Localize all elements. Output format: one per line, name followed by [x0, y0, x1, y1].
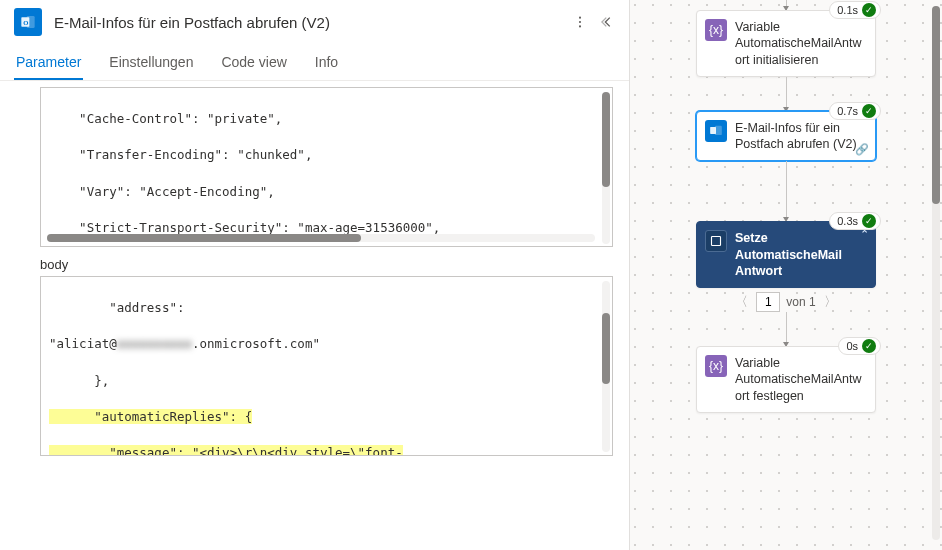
tab-info[interactable]: Info [313, 44, 340, 80]
canvas-scrollbar-thumb[interactable] [932, 6, 940, 204]
tab-content: "Cache-Control": "private", "Transfer-En… [0, 81, 629, 550]
outlook-icon: O [14, 8, 42, 36]
status-time: 0.7s [837, 105, 858, 117]
outlook-icon [705, 120, 727, 142]
node-title: Variable AutomatischeMailAntwort initial… [735, 19, 867, 68]
pager-prev[interactable]: 〈 [733, 293, 750, 311]
node-title: Setze AutomatischeMailAntwort [735, 230, 851, 279]
node-title: E-Mail-Infos für ein Postfach abrufen (V… [735, 120, 867, 153]
chevron-up-icon[interactable]: ⌃ [860, 228, 869, 241]
loop-icon [705, 230, 727, 252]
pager-of-label: von 1 [786, 295, 815, 309]
scrollbar-thumb[interactable] [602, 313, 610, 384]
scrollbar-thumb-h[interactable] [47, 234, 361, 242]
svg-text:O: O [23, 19, 28, 26]
status-time: 0.3s [837, 215, 858, 227]
success-check-icon: ✓ [862, 339, 876, 353]
tab-einstellungen[interactable]: Einstellungen [107, 44, 195, 80]
more-menu-icon[interactable] [573, 15, 587, 29]
success-check-icon: ✓ [862, 104, 876, 118]
flow-canvas[interactable]: 0.1s ✓ {x} Variable AutomatischeMailAntw… [630, 0, 942, 550]
body-label: body [40, 257, 613, 272]
svg-point-4 [579, 21, 581, 23]
status-pill: 0.3s ✓ [829, 212, 881, 230]
tab-strip: Parameter Einstellungen Code view Info [0, 44, 629, 81]
collapse-panel-icon[interactable] [601, 15, 615, 29]
flow-node-get-mail-tips[interactable]: 0.7s ✓ E-Mail-Infos für ein Postfach abr… [696, 111, 876, 162]
success-check-icon: ✓ [862, 214, 876, 228]
node-title: Variable AutomatischeMailAntwort festleg… [735, 355, 867, 404]
headers-output[interactable]: "Cache-Control": "private", "Transfer-En… [40, 87, 613, 247]
panel-header: O E-Mail-Infos für ein Postfach abrufen … [0, 0, 629, 44]
body-output[interactable]: "address": "aliciat@xxxxxxxxxx.onmicroso… [40, 276, 613, 456]
tab-code-view[interactable]: Code view [219, 44, 288, 80]
scrollbar-thumb[interactable] [602, 92, 610, 187]
connector [786, 77, 787, 111]
status-time: 0s [846, 340, 858, 352]
pager-next[interactable]: 〉 [822, 293, 839, 311]
svg-point-5 [579, 25, 581, 27]
flow-node-set-variable[interactable]: 0.3s ✓ Setze AutomatischeMailAntwort ⌃ [696, 221, 876, 288]
tab-parameter[interactable]: Parameter [14, 44, 83, 80]
linked-icon: 🔗 [855, 143, 869, 156]
variable-icon: {x} [705, 19, 727, 41]
svg-rect-8 [712, 237, 721, 246]
svg-rect-7 [715, 126, 722, 135]
status-pill: 0.1s ✓ [829, 1, 881, 19]
connector [786, 161, 787, 221]
connector [786, 0, 787, 10]
pager-current-input[interactable] [756, 292, 780, 312]
status-time: 0.1s [837, 4, 858, 16]
loop-pager: 〈 von 1 〉 [733, 292, 838, 312]
status-pill: 0.7s ✓ [829, 102, 881, 120]
flow-node-variable-set[interactable]: 0s ✓ {x} Variable AutomatischeMailAntwor… [696, 346, 876, 413]
status-pill: 0s ✓ [838, 337, 881, 355]
success-check-icon: ✓ [862, 3, 876, 17]
flow-node-variable-init[interactable]: 0.1s ✓ {x} Variable AutomatischeMailAntw… [696, 10, 876, 77]
svg-point-3 [579, 17, 581, 19]
panel-title: E-Mail-Infos für ein Postfach abrufen (V… [54, 14, 561, 31]
variable-icon: {x} [705, 355, 727, 377]
connector [786, 312, 787, 346]
